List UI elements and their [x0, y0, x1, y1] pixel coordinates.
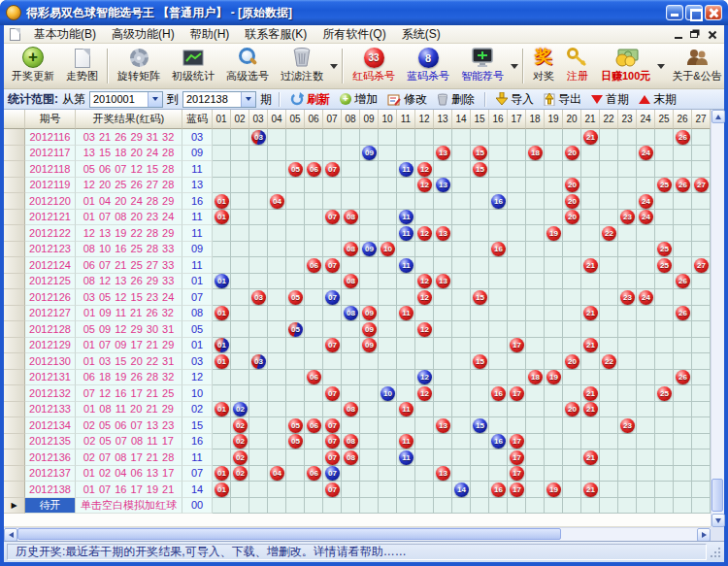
period-cell[interactable]: 2012129 — [25, 338, 76, 354]
row-selector-cell[interactable] — [4, 482, 25, 498]
row-selector-cell[interactable] — [4, 178, 25, 194]
row-selector-cell[interactable] — [4, 225, 25, 242]
vertical-scroll-thumb[interactable] — [711, 479, 723, 512]
column-header-number[interactable]: 22 — [600, 110, 618, 129]
result-cell[interactable]: 02 05 07 08 11 17 — [76, 434, 182, 450]
row-selector-cell[interactable] — [4, 321, 25, 338]
vertical-scrollbar[interactable] — [711, 110, 724, 527]
ball-grid-row[interactable]: 0612181926 — [213, 370, 711, 386]
row-selector-cell[interactable] — [4, 161, 25, 178]
red-ball[interactable]: 03 — [251, 290, 266, 305]
red-ball[interactable]: 20 — [565, 402, 579, 416]
red-ball[interactable]: 05 — [288, 418, 303, 433]
column-header-number[interactable]: 01 — [213, 110, 231, 129]
result-column-header[interactable]: 开奖结果(红码) — [76, 110, 182, 129]
result-cell[interactable]: 02 05 06 07 13 23 — [76, 417, 182, 434]
table-row[interactable]: 2012124 06 07 21 25 27 33 11 06071121252… — [4, 257, 711, 274]
column-header-number[interactable]: 17 — [508, 110, 526, 129]
ball-grid-row[interactable]: 02050708111617 — [213, 434, 711, 450]
selector-column-header[interactable] — [4, 110, 25, 129]
table-row[interactable]: 2012129 01 07 09 17 21 29 01 0107091721 — [4, 338, 711, 354]
red-ball[interactable]: 23 — [620, 210, 635, 224]
period-cell[interactable]: 2012119 — [25, 178, 76, 194]
add-button[interactable]: + 增加 — [337, 90, 381, 109]
red-ball[interactable]: 26 — [676, 274, 690, 288]
ball-grid-row[interactable]: 0108121326 — [213, 274, 711, 290]
red-ball[interactable]: 24 — [639, 194, 653, 209]
ball-grid-row[interactable]: 050607111215 — [213, 161, 711, 178]
blue-code-cell[interactable]: 16 — [182, 434, 213, 450]
last-period-button[interactable]: 末期 — [636, 90, 679, 109]
row-selector-cell[interactable] — [4, 193, 25, 210]
blue-ball[interactable]: 14 — [454, 483, 469, 497]
table-row[interactable]: 2012121 01 07 08 20 23 24 11 01070811202… — [4, 210, 711, 226]
period-cell[interactable]: 2012123 — [25, 242, 76, 258]
to-period-combobox[interactable]: 2012138 — [182, 91, 256, 108]
red-ball[interactable]: 12 — [417, 178, 432, 192]
scroll-up-button[interactable] — [711, 110, 725, 123]
table-row[interactable]: 2012118 05 06 07 12 15 28 11 05060711121… — [4, 161, 711, 178]
blue-ball[interactable]: 09 — [362, 242, 377, 256]
row-selector-cell[interactable] — [4, 242, 25, 258]
red-ball[interactable]: 01 — [215, 194, 229, 209]
red-ball[interactable]: 19 — [546, 370, 561, 384]
result-cell[interactable]: 01 08 11 20 21 29 — [76, 402, 182, 418]
period-cell[interactable]: 2012138 — [25, 482, 76, 498]
toolbar-button-advanced-pick[interactable]: 高级选号 — [220, 45, 275, 87]
blue-code-cell[interactable]: 16 — [182, 193, 213, 210]
red-ball[interactable]: 26 — [676, 178, 690, 192]
table-row[interactable]: 2012127 01 09 11 21 26 32 08 01080911212… — [4, 306, 711, 322]
red-ball[interactable]: 18 — [528, 146, 543, 160]
ball-grid-row[interactable]: 091315182024 — [213, 146, 711, 162]
result-cell[interactable]: 01 07 09 17 21 29 — [76, 338, 182, 354]
red-ball[interactable]: 24 — [639, 146, 653, 160]
red-ball[interactable]: 21 — [583, 338, 598, 352]
maximize-button[interactable] — [685, 5, 703, 20]
period-cell[interactable]: 待开 — [25, 498, 76, 515]
result-cell[interactable]: 12 13 19 22 28 29 — [76, 225, 182, 242]
red-ball[interactable]: 23 — [620, 418, 635, 433]
toolbar-button-rotate-matrix[interactable]: 旋转矩阵 — [112, 45, 166, 87]
blue-code-cell[interactable]: 07 — [182, 289, 213, 306]
red-ball[interactable]: 07 — [325, 386, 340, 401]
blue-code-cell[interactable]: 03 — [182, 129, 213, 146]
period-cell[interactable]: 2012130 — [25, 353, 76, 370]
column-header-number[interactable]: 06 — [305, 110, 323, 129]
row-selector-cell[interactable] — [4, 210, 25, 226]
period-cell[interactable]: 2012131 — [25, 370, 76, 386]
period-cell[interactable]: 2012134 — [25, 417, 76, 434]
column-header-number[interactable]: 14 — [452, 110, 471, 129]
table-row[interactable]: 2012132 07 12 16 17 21 25 10 07101216172… — [4, 385, 711, 402]
table-row[interactable]: 2012138 01 07 16 17 19 21 14 01071416171… — [4, 482, 711, 498]
red-ball[interactable]: 13 — [436, 466, 450, 481]
result-cell[interactable]: 13 15 18 20 24 28 — [76, 146, 182, 162]
table-row[interactable]: 2012134 02 05 06 07 13 23 15 02050607131… — [4, 417, 711, 434]
child-restore-icon[interactable] — [690, 31, 698, 38]
red-ball[interactable]: 19 — [546, 226, 561, 241]
column-header-number[interactable]: 20 — [563, 110, 581, 129]
red-ball[interactable]: 02 — [233, 466, 248, 481]
period-cell[interactable]: 2012118 — [25, 161, 76, 178]
red-ball[interactable]: 21 — [583, 130, 598, 145]
blue-ball[interactable]: 10 — [381, 386, 395, 401]
toolbar-button-register[interactable]: 注册 — [560, 45, 595, 87]
red-ball[interactable]: 02 — [233, 450, 248, 465]
red-ball[interactable]: 16 — [491, 242, 506, 256]
period-cell[interactable]: 2012135 — [25, 434, 76, 450]
blue-ball[interactable]: 13 — [436, 178, 450, 192]
blue-code-cell[interactable]: 12 — [182, 370, 213, 386]
red-ball[interactable]: 12 — [417, 226, 432, 241]
table-row[interactable]: 2012137 01 02 04 06 13 17 07 01020406071… — [4, 466, 711, 483]
column-header-number[interactable]: 23 — [618, 110, 637, 129]
table-row[interactable]: 2012117 13 15 18 20 24 28 09 09131518202… — [4, 146, 711, 162]
red-ball[interactable]: 22 — [602, 354, 616, 369]
red-ball[interactable]: 07 — [325, 258, 340, 273]
blue-code-cell[interactable]: 03 — [182, 353, 213, 370]
row-selector-cell[interactable]: ▶ — [4, 498, 25, 515]
red-ball[interactable]: 17 — [510, 466, 524, 481]
red-ball[interactable]: 11 — [399, 402, 414, 416]
blue-ball[interactable]: 11 — [399, 162, 414, 177]
red-ball[interactable]: 22 — [602, 226, 616, 241]
result-cell[interactable]: 01 07 08 20 23 24 — [76, 210, 182, 226]
red-ball[interactable]: 21 — [583, 402, 598, 416]
